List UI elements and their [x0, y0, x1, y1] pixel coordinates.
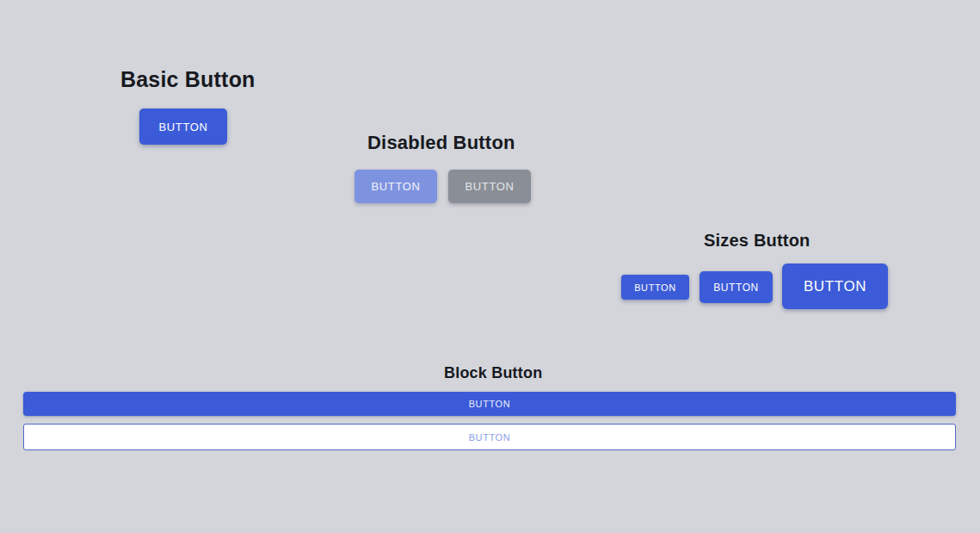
disabled-primary-button: BUTTON: [354, 170, 437, 203]
block-solid-button[interactable]: BUTTON: [23, 392, 956, 416]
medium-size-button[interactable]: BUTTON: [700, 271, 773, 303]
disabled-button-heading: Disabled Button: [367, 132, 515, 154]
sizes-button-heading: Sizes Button: [704, 231, 811, 251]
block-button-heading: Block Button: [444, 364, 542, 382]
basic-button-heading: Basic Button: [120, 67, 256, 92]
basic-button[interactable]: BUTTON: [139, 108, 227, 145]
large-size-button[interactable]: BUTTON: [782, 263, 888, 309]
disabled-secondary-button: BUTTON: [448, 170, 531, 203]
block-outline-button[interactable]: BUTTON: [23, 424, 956, 450]
button-demo-page: Basic Button BUTTON Disabled Button BUTT…: [0, 0, 980, 533]
small-size-button[interactable]: BUTTON: [621, 275, 689, 300]
